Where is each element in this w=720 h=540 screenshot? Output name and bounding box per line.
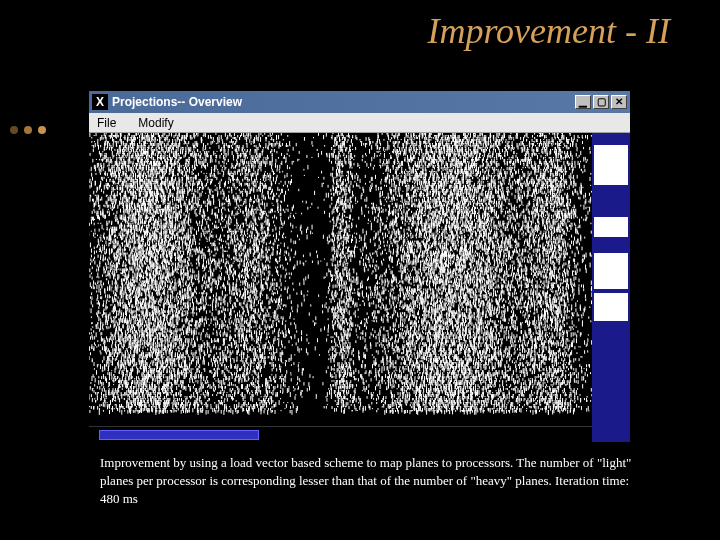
projections-overview-plot xyxy=(89,133,594,428)
visualization-area xyxy=(89,133,630,442)
horizontal-scrollbar[interactable] xyxy=(89,426,592,442)
summary-block xyxy=(594,217,628,237)
window-title: Projections-- Overview xyxy=(112,95,575,109)
summary-block xyxy=(594,145,628,185)
summary-block xyxy=(594,253,628,289)
app-window: X Projections-- Overview ▁ ▢ ✕ File Modi… xyxy=(88,90,631,443)
menubar: File Modify xyxy=(89,113,630,133)
summary-block xyxy=(594,293,628,321)
window-titlebar[interactable]: X Projections-- Overview ▁ ▢ ✕ xyxy=(89,91,630,113)
maximize-button[interactable]: ▢ xyxy=(593,95,609,109)
slide-bullet-accent xyxy=(0,128,56,132)
window-controls: ▁ ▢ ✕ xyxy=(575,95,627,109)
window-sysmenu-icon[interactable]: X xyxy=(92,94,108,110)
slide-caption: Improvement by using a load vector based… xyxy=(100,454,640,509)
side-summary-panel xyxy=(592,133,630,442)
minimize-button[interactable]: ▁ xyxy=(575,95,591,109)
scrollbar-thumb[interactable] xyxy=(99,430,259,440)
slide-title: Improvement - II xyxy=(0,0,720,57)
menu-file[interactable]: File xyxy=(97,116,116,130)
menu-modify[interactable]: Modify xyxy=(138,116,173,130)
close-button[interactable]: ✕ xyxy=(611,95,627,109)
